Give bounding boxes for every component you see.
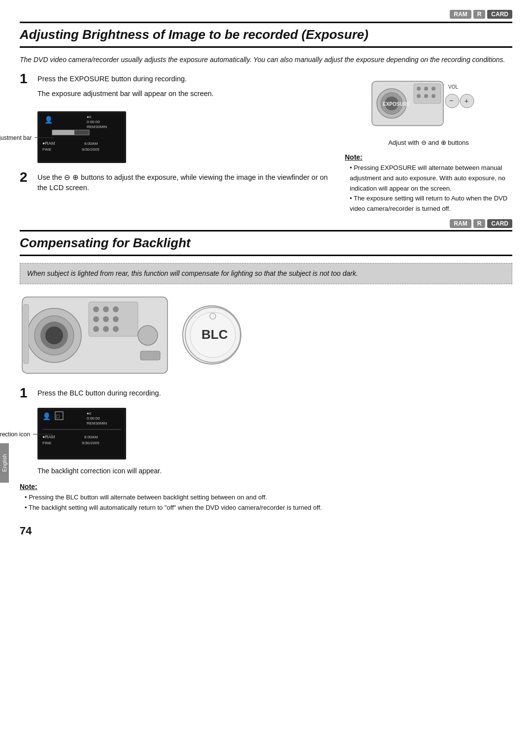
step2-text: Use the ⊖ ⊕ buttons to adjust the exposu… <box>37 172 330 194</box>
svg-text:8:00AM: 8:00AM <box>84 435 98 439</box>
section1-intro: The DVD video camera/recorder usually ad… <box>20 55 512 65</box>
camera-blc-area: BLC <box>20 292 512 378</box>
svg-point-21 <box>417 94 421 98</box>
sidebar-english-label: English <box>0 443 9 483</box>
blc-step1-text: Press the BLC button during recording. <box>37 388 512 399</box>
svg-point-40 <box>113 316 119 322</box>
svg-point-41 <box>93 326 99 332</box>
svg-text:□: □ <box>56 413 60 419</box>
svg-text:👤: 👤 <box>44 116 53 124</box>
backlight-correction-label: Backlight correction icon <box>0 431 53 438</box>
svg-rect-7 <box>52 130 74 135</box>
svg-point-42 <box>103 326 109 332</box>
note1-title: Note: <box>345 153 512 161</box>
blc-circle-svg: BLC <box>183 305 240 364</box>
mid-badge-r: R <box>473 219 486 228</box>
svg-text:FINE: FINE <box>42 147 51 152</box>
step1-text1: Press the EXPOSURE button during recordi… <box>37 74 330 85</box>
svg-text:0:00:00: 0:00:00 <box>87 416 100 421</box>
svg-rect-17 <box>414 84 441 103</box>
blc-step1-number: 1 <box>20 386 37 400</box>
badge-card: CARD <box>487 10 512 19</box>
svg-text:0:00:00: 0:00:00 <box>87 120 100 124</box>
svg-point-33 <box>45 327 63 344</box>
step1-number: 1 <box>20 72 37 86</box>
page-number: 74 <box>20 525 512 537</box>
camera-diagram-section1: EXPOSURE VOL − + <box>369 74 488 133</box>
svg-point-18 <box>417 87 421 91</box>
mid-badge-row: RAM R CARD <box>20 219 512 228</box>
note2-item1: Pressing the BLC button will alternate b… <box>25 493 512 503</box>
badge-r: R <box>473 10 486 19</box>
note1-item1: Pressing EXPOSURE will alternate between… <box>350 163 512 194</box>
blc-after-text: The backlight correction icon will appea… <box>37 467 512 475</box>
svg-text:FINE: FINE <box>42 441 51 445</box>
svg-point-20 <box>432 87 435 91</box>
svg-point-22 <box>424 94 428 98</box>
mid-badge-ram: RAM <box>450 219 471 228</box>
svg-point-36 <box>103 306 109 312</box>
blc-button: BLC <box>182 305 241 364</box>
section1-title: Adjusting Brightness of Image to be reco… <box>20 22 512 48</box>
svg-point-38 <box>93 316 99 322</box>
exposure-bar-label: Exposure adjustment bar <box>0 134 54 141</box>
svg-point-43 <box>113 326 119 332</box>
svg-text:👤: 👤 <box>42 412 51 421</box>
badge-ram: RAM <box>450 10 471 19</box>
svg-text:EXPOSURE: EXPOSURE <box>383 101 410 107</box>
svg-point-35 <box>93 306 99 312</box>
section2-highlight: When subject is lighted from rear, this … <box>20 263 512 284</box>
svg-text:VOL: VOL <box>448 84 458 90</box>
svg-text:●II: ●II <box>87 115 91 119</box>
adjust-text: Adjust with ⊖ and ⊕ buttons <box>388 139 469 146</box>
note2-list: Pressing the BLC button will alternate b… <box>20 493 512 513</box>
svg-rect-46 <box>140 351 160 360</box>
svg-text:BLC: BLC <box>201 327 228 342</box>
step2-number: 2 <box>20 170 37 184</box>
top-badge-row: RAM R CARD <box>20 10 512 19</box>
svg-text:●II: ●II <box>87 411 91 416</box>
step1-text2: The exposure adjustment bar will appear … <box>37 89 330 99</box>
svg-point-23 <box>432 94 435 98</box>
camera-svg-exposure: EXPOSURE VOL − + <box>369 74 488 133</box>
note1-item2: The exposure setting will return to Auto… <box>350 194 512 214</box>
svg-text:REM30MIN: REM30MIN <box>87 125 107 129</box>
section2-title: Compensating for Backlight <box>20 230 512 256</box>
svg-text:9/30/2005: 9/30/2005 <box>82 441 100 445</box>
mid-badge-card: CARD <box>487 219 512 228</box>
note2-box: Note: Pressing the BLC button will alter… <box>20 483 512 513</box>
svg-rect-44 <box>24 304 29 363</box>
svg-text:8:00AM: 8:00AM <box>84 141 98 146</box>
svg-text:REM30MIN: REM30MIN <box>87 421 107 426</box>
svg-text:●RAM: ●RAM <box>42 141 55 146</box>
svg-text:9/30/2005: 9/30/2005 <box>82 147 100 152</box>
note2-title: Note: <box>20 483 512 491</box>
svg-text:+: + <box>465 97 468 105</box>
note1-list: Pressing EXPOSURE will alternate between… <box>345 163 512 214</box>
svg-point-39 <box>103 316 109 322</box>
svg-point-45 <box>138 326 158 345</box>
svg-text:−: − <box>449 97 453 104</box>
note2-item2: The backlight setting will automatically… <box>25 503 512 513</box>
svg-point-37 <box>113 306 119 312</box>
svg-point-19 <box>424 87 428 91</box>
camera-svg-blc-main <box>20 292 172 378</box>
